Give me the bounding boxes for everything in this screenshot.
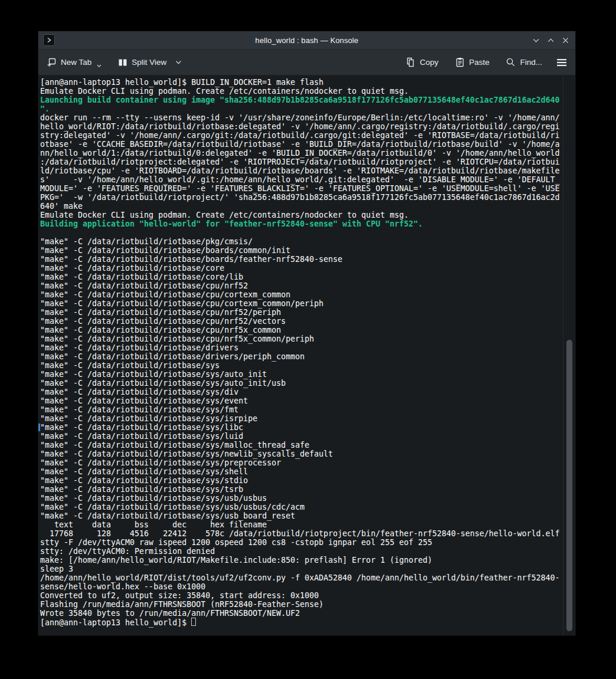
terminal-line: Emulate Docker CLI using podman. Create …: [40, 211, 575, 219]
find-label: Find...: [520, 58, 542, 67]
terminal-line: "make" -C /data/riotbuild/riotbase/sys/l…: [40, 423, 575, 432]
terminal-line: s' -v '/home/ann/hello_world/.git:/home/…: [40, 175, 575, 184]
chevron-down-icon: [97, 64, 101, 68]
terminal-line: hello_world/RIOT:/data/riotbuild/riotbas…: [40, 122, 575, 131]
terminal-line: "make" -C /data/riotbuild/riotbase/sys/s…: [40, 476, 575, 485]
terminal-line: otbase' -e 'CCACHE_BASEDIR=/data/riotbui…: [40, 140, 575, 149]
terminal-line: "make" -C /data/riotbuild/riotbase/sys/u…: [40, 503, 575, 511]
terminal-line: "make" -C /data/riotbuild/riotbase/core: [40, 264, 575, 273]
terminal-line: "make" -C /data/riotbuild/riotbase/pkg/c…: [40, 237, 575, 246]
new-tab-label: New Tab: [61, 58, 91, 67]
split-view-button[interactable]: Split View: [118, 58, 182, 67]
window-controls: [532, 31, 570, 49]
terminal-line: "make" -C /data/riotbuild/riotbase/sys/a…: [40, 379, 575, 388]
terminal-line: nn/hello_world/1:/data/riotbuild/0:deleg…: [40, 149, 575, 158]
terminal-line: [ann@ann-laptop13 hello_world]$: [40, 618, 575, 626]
terminal-line: "make" -C /data/riotbuild/riotbase/sys/e…: [40, 396, 575, 405]
close-icon[interactable]: [561, 36, 570, 45]
terminal-line: [40, 228, 575, 237]
new-output-marker: [38, 424, 40, 431]
minimize-icon[interactable]: [532, 36, 540, 45]
terminal-line: "make" -C /data/riotbuild/riotbase/sys/u…: [40, 494, 575, 503]
terminal-line: "make" -C /data/riotbuild/riotbase/cpu/n…: [40, 308, 575, 317]
terminal-line: docker run --rm --tty --userns keep-id -…: [40, 113, 575, 122]
menu-button[interactable]: [556, 58, 567, 67]
toolbar: New Tab Split View: [38, 50, 575, 76]
terminal-output: [ann@ann-laptop13 hello_world]$ BUILD_IN…: [38, 76, 575, 626]
terminal-line: sense/hello-world.hex --base 0x1000: [40, 582, 575, 591]
terminal-line: "make" -C /data/riotbuild/riotbase/cpu/n…: [40, 334, 575, 343]
terminal-line: PKG=' -w '/data/riotbuild/riotproject/' …: [40, 193, 575, 202]
terminal-line: "make" -C /data/riotbuild/riotbase/cpu/c…: [40, 290, 575, 299]
terminal-line: "make" -C /data/riotbuild/riotbase/sys/u…: [40, 511, 575, 520]
hamburger-menu-icon: [556, 58, 567, 67]
copy-label: Copy: [420, 58, 438, 67]
terminal-cursor: [191, 618, 196, 626]
chevron-down-icon: [175, 60, 182, 65]
terminal-line: "make" -C /data/riotbuild/riotbase/cpu/n…: [40, 317, 575, 326]
scrollbar-thumb[interactable]: [566, 340, 572, 631]
terminal-line: /home/ann/hello_world/RIOT/dist/tools/uf…: [40, 573, 575, 582]
terminal-area[interactable]: [ann@ann-laptop13 hello_world]$ BUILD_IN…: [38, 76, 575, 635]
terminal-line: Flashing /run/media/ann/FTHRSNSBOOT (nRF…: [40, 600, 575, 609]
terminal-line: "make" -C /data/riotbuild/riotbase/cpu/n…: [40, 326, 575, 334]
search-icon: [506, 57, 516, 67]
terminal-line: stty: /dev/ttyACM0: Permission denied: [40, 547, 575, 556]
konsole-window: hello_world : bash — Konsole: [38, 31, 576, 636]
terminal-line: "make" -C /data/riotbuild/riotbase/sys/t…: [40, 485, 575, 494]
terminal-line: :/data/riotbuild/riotproject:delegated' …: [40, 158, 575, 166]
terminal-line: Launching build container using image "s…: [40, 96, 575, 104]
maximize-icon[interactable]: [546, 36, 555, 45]
terminal-line: Converted to uf2, output size: 35840, st…: [40, 591, 575, 600]
terminal-line: make: [/home/ann/hello_world/RIOT/Makefi…: [40, 556, 575, 565]
terminal-line: "make" -C /data/riotbuild/riotbase/sys/i…: [40, 414, 575, 423]
terminal-line: "make" -C /data/riotbuild/riotbase/cpu/c…: [40, 299, 575, 308]
terminal-line: "make" -C /data/riotbuild/riotbase/sys/a…: [40, 370, 575, 379]
terminal-line: Wrote 35840 bytes to /run/media/ann/FTHR…: [40, 609, 575, 618]
copy-button[interactable]: Copy: [405, 57, 438, 67]
terminal-line: ld/riotbase/cpu' -e 'RIOTBOARD=/data/rio…: [40, 166, 575, 175]
terminal-line: stty -F /dev/ttyACM0 raw ispeed 1200 osp…: [40, 538, 575, 547]
split-view-label: Split View: [132, 58, 166, 67]
terminal-line: [ann@ann-laptop13 hello_world]$ BUILD_IN…: [40, 78, 575, 87]
paste-button[interactable]: Paste: [455, 57, 490, 67]
terminal-line: 640' make: [40, 202, 575, 211]
terminal-line: "make" -C /data/riotbuild/riotbase/board…: [40, 255, 575, 264]
terminal-line: "make" -C /data/riotbuild/riotbase/cpu/n…: [40, 281, 575, 290]
terminal-line: "make" -C /data/riotbuild/riotbase/sys/d…: [40, 388, 575, 396]
terminal-line: sleep 3: [40, 565, 575, 573]
terminal-line: "make" -C /data/riotbuild/riotbase/sys/p…: [40, 458, 575, 467]
window-title: hello_world : bash — Konsole: [38, 36, 575, 45]
terminal-line: "make" -C /data/riotbuild/riotbase/drive…: [40, 352, 575, 361]
new-tab-button[interactable]: New Tab: [47, 57, 101, 68]
copy-icon: [405, 57, 415, 67]
terminal-line: "make" -C /data/riotbuild/riotbase/sys/m…: [40, 441, 575, 450]
terminal-line: "make" -C /data/riotbuild/riotbase/sys/l…: [40, 432, 575, 441]
terminal-line: Building application "hello-world" for "…: [40, 219, 575, 228]
terminal-line: "make" -C /data/riotbuild/riotbase/core/…: [40, 273, 575, 281]
paste-icon: [455, 57, 465, 67]
terminal-line: "make" -C /data/riotbuild/riotbase/sys/f…: [40, 405, 575, 414]
find-button[interactable]: Find...: [506, 57, 542, 67]
terminal-line: "make" -C /data/riotbuild/riotbase/sys/n…: [40, 450, 575, 458]
terminal-line: "make" -C /data/riotbuild/riotbase/board…: [40, 246, 575, 255]
terminal-line: "make" -C /data/riotbuild/riotbase/sys/s…: [40, 467, 575, 476]
terminal-line: 17768 128 4516 22412 578c /data/riotbuil…: [40, 529, 575, 538]
scrollbar-track[interactable]: [563, 76, 575, 635]
terminal-line: MODULE=' -e 'FEATURES_REQUIRED=' -e 'FEA…: [40, 184, 575, 193]
terminal-line: text data bss dec hex filename: [40, 520, 575, 529]
terminal-line: "make" -C /data/riotbuild/riotbase/sys: [40, 361, 575, 370]
split-view-icon: [118, 58, 127, 67]
new-tab-icon: [47, 57, 57, 67]
titlebar[interactable]: hello_world : bash — Konsole: [38, 31, 575, 50]
terminal-line: stry:delegated' -v '/home/ann/.cargo/git…: [40, 131, 575, 140]
terminal-line: Emulate Docker CLI using podman. Create …: [40, 87, 575, 96]
terminal-line: ".: [40, 104, 575, 113]
terminal-line: "make" -C /data/riotbuild/riotbase/drive…: [40, 343, 575, 352]
paste-label: Paste: [469, 58, 490, 67]
